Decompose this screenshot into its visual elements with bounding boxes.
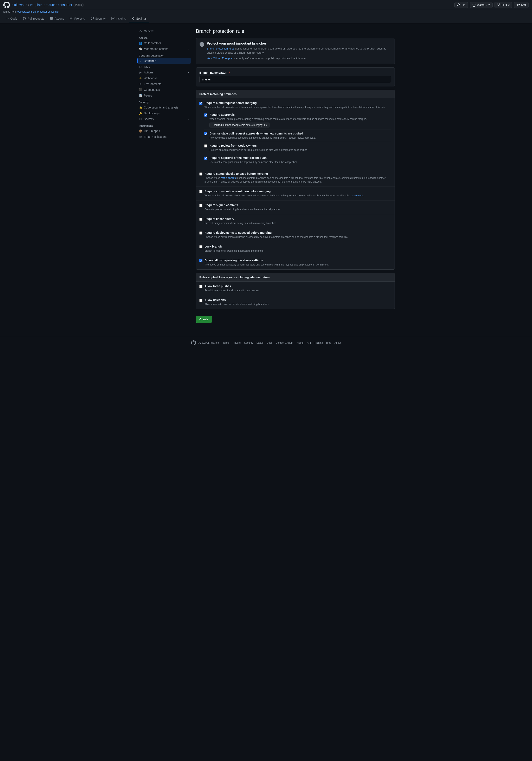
sidebar-email-notifications-label: Email notifications <box>144 135 167 139</box>
nav-actions-label: Actions <box>54 17 64 20</box>
star-button[interactable]: Star <box>514 2 529 8</box>
owner-link[interactable]: blakewaud <box>12 3 28 7</box>
watch-chevron-icon: ▾ <box>489 3 490 6</box>
deletions-checkbox[interactable] <box>199 299 203 302</box>
lock-branch-checkbox[interactable] <box>199 245 203 248</box>
footer-training[interactable]: Training <box>314 341 323 344</box>
conversation-checkbox[interactable] <box>199 190 203 193</box>
nav-projects[interactable]: Projects <box>67 15 87 23</box>
sidebar-moderation-options[interactable]: 💬 Moderation options ▾ <box>137 46 191 52</box>
dismiss-stale-label[interactable]: Dismiss stale pull request approvals whe… <box>204 132 391 140</box>
status-checks-checkbox[interactable] <box>199 172 203 176</box>
repo-link[interactable]: template-producer-consumer <box>30 3 72 7</box>
branch-name-label: Branch name pattern * <box>199 71 391 74</box>
footer-docs[interactable]: Docs <box>267 341 272 344</box>
sidebar-general[interactable]: ⚙ General <box>137 28 191 34</box>
nav-insights[interactable]: Insights <box>109 15 128 23</box>
nav-code[interactable]: Code <box>3 15 20 23</box>
approvals-select-btn[interactable]: Required number of approvals before merg… <box>209 123 269 128</box>
lock-branch-title: Lock branch <box>205 245 264 248</box>
sidebar-codespaces[interactable]: ⬛ Codespaces <box>137 87 191 92</box>
no-bypass-title: Do not allow bypassing the above setting… <box>205 259 328 262</box>
sidebar-deploy-keys[interactable]: 🔑 Deploy keys <box>137 110 191 116</box>
force-pushes-row: Allow force pushes Permit force pushes f… <box>196 282 394 295</box>
fork-button[interactable]: Fork 2 <box>494 2 512 8</box>
footer-api[interactable]: API <box>307 341 311 344</box>
status-checks-title: Require status checks to pass before mer… <box>205 172 391 175</box>
branch-name-input[interactable] <box>199 76 391 83</box>
sidebar-environments[interactable]: 🖥 Environments <box>137 81 191 87</box>
nav-settings[interactable]: Settings <box>129 15 149 23</box>
sidebar-email-notifications[interactable]: ✉ Email notifications <box>137 134 191 140</box>
deletions-text: Allow deletions Allow users with push ac… <box>205 298 269 306</box>
recent-push-label[interactable]: Require approval of the most recent push… <box>204 156 391 164</box>
footer-privacy[interactable]: Privacy <box>233 341 241 344</box>
footer-about[interactable]: About <box>334 341 341 344</box>
status-checks-desc: Choose which status checks must pass bef… <box>205 176 391 184</box>
pull-request-checkbox[interactable] <box>199 102 203 105</box>
moderation-chevron-icon: ▾ <box>188 48 189 50</box>
require-approvals-checkbox[interactable] <box>204 113 207 117</box>
sidebar-general-label: General <box>144 29 154 33</box>
no-bypass-label[interactable]: Do not allow bypassing the above setting… <box>199 259 391 266</box>
sidebar-secrets[interactable]: ⊡ Secrets ▾ <box>137 116 191 122</box>
sidebar-code-automation-label: Code and automation <box>137 52 191 58</box>
footer-status[interactable]: Status <box>257 341 264 344</box>
footer-contact[interactable]: Contact GitHub <box>276 341 293 344</box>
sidebar-branches[interactable]: ⑂ Branches <box>137 58 191 64</box>
code-owners-title: Require review from Code Owners <box>209 144 307 147</box>
pull-request-title: Require a pull request before merging <box>205 101 385 105</box>
footer-blog[interactable]: Blog <box>326 341 331 344</box>
fork-source-link[interactable]: robocorp/template-producer-consumer <box>17 10 59 13</box>
branch-protection-rules-link[interactable]: Branch protection rules <box>207 47 234 50</box>
recent-push-checkbox[interactable] <box>204 156 207 160</box>
sidebar-pages[interactable]: 📄 Pages <box>137 92 191 98</box>
sidebar-github-apps[interactable]: 📦 GitHub apps <box>137 128 191 134</box>
approvals-select-label: Required number of approvals before merg… <box>212 124 265 127</box>
watch-button[interactable]: Watch 0 ▾ <box>470 2 493 8</box>
require-approvals-label[interactable]: Require approvals When enabled, pull req… <box>204 113 391 128</box>
nav-security[interactable]: Security <box>88 15 108 23</box>
lock-branch-label[interactable]: Lock branch Branch is read-only. Users c… <box>199 245 391 253</box>
force-pushes-text: Allow force pushes Permit force pushes f… <box>205 284 260 292</box>
sidebar-webhooks[interactable]: ⚡ Webhooks <box>137 75 191 81</box>
code-owners-row: Require review from Code Owners Require … <box>204 142 391 154</box>
no-bypass-checkbox[interactable] <box>199 259 203 262</box>
rules-everyone-card: Rules applied to everyone including admi… <box>196 273 395 309</box>
code-owners-checkbox[interactable] <box>204 145 207 147</box>
sidebar-code-security[interactable]: 🔒 Code security and analysis <box>137 105 191 110</box>
status-checks-link[interactable]: status checks <box>221 177 236 179</box>
signed-commits-label[interactable]: Require signed commits Commits pushed to… <box>199 204 391 211</box>
sidebar-integrations-label: Integrations <box>137 122 191 128</box>
dismiss-stale-checkbox[interactable] <box>204 132 207 135</box>
sidebar-secrets-label: Secrets <box>144 117 153 121</box>
conversation-label[interactable]: Require conversation resolution before m… <box>199 190 391 198</box>
force-pushes-checkbox[interactable] <box>199 285 203 288</box>
nav-actions[interactable]: Actions <box>47 15 66 23</box>
protect-icon <box>199 42 204 48</box>
deployments-label[interactable]: Require deployments to succeed before me… <box>199 231 391 239</box>
footer-pricing[interactable]: Pricing <box>296 341 304 344</box>
nav-pull-requests[interactable]: Pull requests <box>21 15 47 23</box>
create-button[interactable]: Create <box>196 316 212 323</box>
footer-security[interactable]: Security <box>244 341 253 344</box>
visibility-badge: Public <box>73 3 84 7</box>
signed-commits-checkbox[interactable] <box>199 204 203 207</box>
sidebar-collaborators[interactable]: 👥 Collaborators <box>137 40 191 46</box>
linear-history-checkbox[interactable] <box>199 218 203 221</box>
learn-more-link[interactable]: Learn more. <box>350 194 364 197</box>
signed-commits-text: Require signed commits Commits pushed to… <box>205 204 281 211</box>
deletions-label[interactable]: Allow deletions Allow users with push ac… <box>199 298 391 306</box>
code-owners-label[interactable]: Require review from Code Owners Require … <box>204 144 391 152</box>
force-pushes-label[interactable]: Allow force pushes Permit force pushes f… <box>199 284 391 292</box>
pull-request-label[interactable]: Require a pull request before merging Wh… <box>199 101 391 109</box>
linear-history-label[interactable]: Require linear history Prevent merge com… <box>199 217 391 225</box>
sidebar-actions[interactable]: ▶ Actions ▾ <box>137 70 191 75</box>
deployments-checkbox[interactable] <box>199 231 203 235</box>
github-free-plan-link[interactable]: Your GitHub Free plan <box>207 57 233 60</box>
sidebar-tags[interactable]: 🏷 Tags <box>137 64 191 70</box>
status-checks-label[interactable]: Require status checks to pass before mer… <box>199 172 391 184</box>
footer-terms[interactable]: Terms <box>223 341 229 344</box>
pin-button[interactable]: Pin <box>454 2 468 8</box>
main-container: ⚙ General Access 👥 Collaborators 💬 Moder… <box>134 23 398 328</box>
